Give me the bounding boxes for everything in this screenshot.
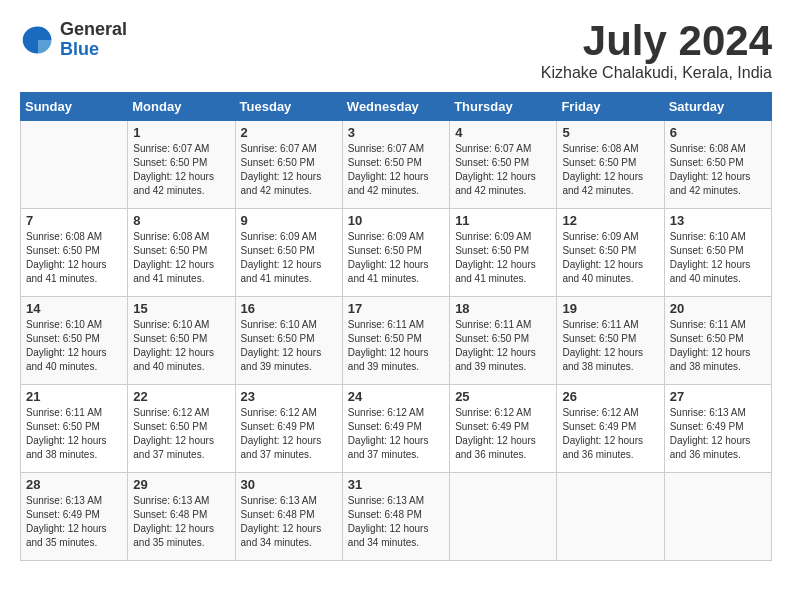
logo: General Blue [20, 20, 127, 60]
calendar-cell: 6Sunrise: 6:08 AM Sunset: 6:50 PM Daylig… [664, 121, 771, 209]
day-info: Sunrise: 6:11 AM Sunset: 6:50 PM Dayligh… [562, 318, 658, 374]
day-info: Sunrise: 6:12 AM Sunset: 6:49 PM Dayligh… [241, 406, 337, 462]
calendar-cell: 21Sunrise: 6:11 AM Sunset: 6:50 PM Dayli… [21, 385, 128, 473]
day-number: 30 [241, 477, 337, 492]
day-number: 23 [241, 389, 337, 404]
calendar-cell: 7Sunrise: 6:08 AM Sunset: 6:50 PM Daylig… [21, 209, 128, 297]
calendar-cell: 17Sunrise: 6:11 AM Sunset: 6:50 PM Dayli… [342, 297, 449, 385]
day-info: Sunrise: 6:11 AM Sunset: 6:50 PM Dayligh… [348, 318, 444, 374]
calendar-cell: 19Sunrise: 6:11 AM Sunset: 6:50 PM Dayli… [557, 297, 664, 385]
day-number: 25 [455, 389, 551, 404]
calendar-week-row: 21Sunrise: 6:11 AM Sunset: 6:50 PM Dayli… [21, 385, 772, 473]
calendar-cell: 16Sunrise: 6:10 AM Sunset: 6:50 PM Dayli… [235, 297, 342, 385]
day-info: Sunrise: 6:10 AM Sunset: 6:50 PM Dayligh… [26, 318, 122, 374]
day-number: 2 [241, 125, 337, 140]
calendar-cell: 8Sunrise: 6:08 AM Sunset: 6:50 PM Daylig… [128, 209, 235, 297]
day-info: Sunrise: 6:09 AM Sunset: 6:50 PM Dayligh… [348, 230, 444, 286]
day-number: 26 [562, 389, 658, 404]
calendar-cell: 24Sunrise: 6:12 AM Sunset: 6:49 PM Dayli… [342, 385, 449, 473]
day-info: Sunrise: 6:13 AM Sunset: 6:49 PM Dayligh… [670, 406, 766, 462]
calendar-week-row: 28Sunrise: 6:13 AM Sunset: 6:49 PM Dayli… [21, 473, 772, 561]
calendar-cell: 5Sunrise: 6:08 AM Sunset: 6:50 PM Daylig… [557, 121, 664, 209]
calendar-cell: 12Sunrise: 6:09 AM Sunset: 6:50 PM Dayli… [557, 209, 664, 297]
day-number: 28 [26, 477, 122, 492]
day-number: 8 [133, 213, 229, 228]
day-info: Sunrise: 6:07 AM Sunset: 6:50 PM Dayligh… [455, 142, 551, 198]
calendar-cell: 1Sunrise: 6:07 AM Sunset: 6:50 PM Daylig… [128, 121, 235, 209]
calendar-cell: 28Sunrise: 6:13 AM Sunset: 6:49 PM Dayli… [21, 473, 128, 561]
day-info: Sunrise: 6:13 AM Sunset: 6:48 PM Dayligh… [348, 494, 444, 550]
month-title: July 2024 [541, 20, 772, 62]
weekday-header: Sunday [21, 93, 128, 121]
day-info: Sunrise: 6:07 AM Sunset: 6:50 PM Dayligh… [133, 142, 229, 198]
day-number: 5 [562, 125, 658, 140]
calendar-body: 1Sunrise: 6:07 AM Sunset: 6:50 PM Daylig… [21, 121, 772, 561]
day-info: Sunrise: 6:09 AM Sunset: 6:50 PM Dayligh… [455, 230, 551, 286]
calendar-week-row: 1Sunrise: 6:07 AM Sunset: 6:50 PM Daylig… [21, 121, 772, 209]
day-info: Sunrise: 6:13 AM Sunset: 6:48 PM Dayligh… [133, 494, 229, 550]
calendar-cell [21, 121, 128, 209]
calendar-cell: 23Sunrise: 6:12 AM Sunset: 6:49 PM Dayli… [235, 385, 342, 473]
day-number: 10 [348, 213, 444, 228]
day-info: Sunrise: 6:08 AM Sunset: 6:50 PM Dayligh… [562, 142, 658, 198]
day-number: 18 [455, 301, 551, 316]
day-number: 7 [26, 213, 122, 228]
weekday-header: Friday [557, 93, 664, 121]
calendar-week-row: 7Sunrise: 6:08 AM Sunset: 6:50 PM Daylig… [21, 209, 772, 297]
day-info: Sunrise: 6:11 AM Sunset: 6:50 PM Dayligh… [670, 318, 766, 374]
calendar-cell: 18Sunrise: 6:11 AM Sunset: 6:50 PM Dayli… [450, 297, 557, 385]
day-number: 11 [455, 213, 551, 228]
calendar-cell: 13Sunrise: 6:10 AM Sunset: 6:50 PM Dayli… [664, 209, 771, 297]
day-info: Sunrise: 6:07 AM Sunset: 6:50 PM Dayligh… [241, 142, 337, 198]
day-info: Sunrise: 6:12 AM Sunset: 6:49 PM Dayligh… [348, 406, 444, 462]
calendar-cell [664, 473, 771, 561]
calendar-cell: 4Sunrise: 6:07 AM Sunset: 6:50 PM Daylig… [450, 121, 557, 209]
page-header: General Blue July 2024 Kizhake Chalakudi… [20, 20, 772, 82]
day-number: 9 [241, 213, 337, 228]
day-info: Sunrise: 6:13 AM Sunset: 6:48 PM Dayligh… [241, 494, 337, 550]
day-info: Sunrise: 6:12 AM Sunset: 6:50 PM Dayligh… [133, 406, 229, 462]
weekday-header: Wednesday [342, 93, 449, 121]
calendar-cell: 11Sunrise: 6:09 AM Sunset: 6:50 PM Dayli… [450, 209, 557, 297]
calendar-cell: 25Sunrise: 6:12 AM Sunset: 6:49 PM Dayli… [450, 385, 557, 473]
day-info: Sunrise: 6:09 AM Sunset: 6:50 PM Dayligh… [241, 230, 337, 286]
calendar-cell: 9Sunrise: 6:09 AM Sunset: 6:50 PM Daylig… [235, 209, 342, 297]
day-info: Sunrise: 6:08 AM Sunset: 6:50 PM Dayligh… [670, 142, 766, 198]
calendar-cell: 29Sunrise: 6:13 AM Sunset: 6:48 PM Dayli… [128, 473, 235, 561]
logo-general: General [60, 19, 127, 39]
calendar-cell: 3Sunrise: 6:07 AM Sunset: 6:50 PM Daylig… [342, 121, 449, 209]
calendar-table: SundayMondayTuesdayWednesdayThursdayFrid… [20, 92, 772, 561]
calendar-cell: 26Sunrise: 6:12 AM Sunset: 6:49 PM Dayli… [557, 385, 664, 473]
calendar-cell: 22Sunrise: 6:12 AM Sunset: 6:50 PM Dayli… [128, 385, 235, 473]
day-info: Sunrise: 6:10 AM Sunset: 6:50 PM Dayligh… [241, 318, 337, 374]
day-number: 12 [562, 213, 658, 228]
day-number: 21 [26, 389, 122, 404]
day-number: 1 [133, 125, 229, 140]
logo-icon [20, 22, 56, 58]
day-info: Sunrise: 6:09 AM Sunset: 6:50 PM Dayligh… [562, 230, 658, 286]
day-info: Sunrise: 6:08 AM Sunset: 6:50 PM Dayligh… [133, 230, 229, 286]
calendar-week-row: 14Sunrise: 6:10 AM Sunset: 6:50 PM Dayli… [21, 297, 772, 385]
calendar-cell: 31Sunrise: 6:13 AM Sunset: 6:48 PM Dayli… [342, 473, 449, 561]
day-info: Sunrise: 6:07 AM Sunset: 6:50 PM Dayligh… [348, 142, 444, 198]
day-number: 4 [455, 125, 551, 140]
calendar-cell [450, 473, 557, 561]
calendar-cell: 20Sunrise: 6:11 AM Sunset: 6:50 PM Dayli… [664, 297, 771, 385]
logo-text: General Blue [60, 20, 127, 60]
day-info: Sunrise: 6:10 AM Sunset: 6:50 PM Dayligh… [133, 318, 229, 374]
day-number: 16 [241, 301, 337, 316]
day-number: 20 [670, 301, 766, 316]
weekday-row: SundayMondayTuesdayWednesdayThursdayFrid… [21, 93, 772, 121]
weekday-header: Monday [128, 93, 235, 121]
weekday-header: Tuesday [235, 93, 342, 121]
calendar-cell: 27Sunrise: 6:13 AM Sunset: 6:49 PM Dayli… [664, 385, 771, 473]
day-number: 19 [562, 301, 658, 316]
day-number: 24 [348, 389, 444, 404]
day-number: 15 [133, 301, 229, 316]
day-info: Sunrise: 6:08 AM Sunset: 6:50 PM Dayligh… [26, 230, 122, 286]
day-number: 17 [348, 301, 444, 316]
calendar-header: SundayMondayTuesdayWednesdayThursdayFrid… [21, 93, 772, 121]
day-info: Sunrise: 6:11 AM Sunset: 6:50 PM Dayligh… [26, 406, 122, 462]
calendar-cell: 2Sunrise: 6:07 AM Sunset: 6:50 PM Daylig… [235, 121, 342, 209]
day-number: 22 [133, 389, 229, 404]
